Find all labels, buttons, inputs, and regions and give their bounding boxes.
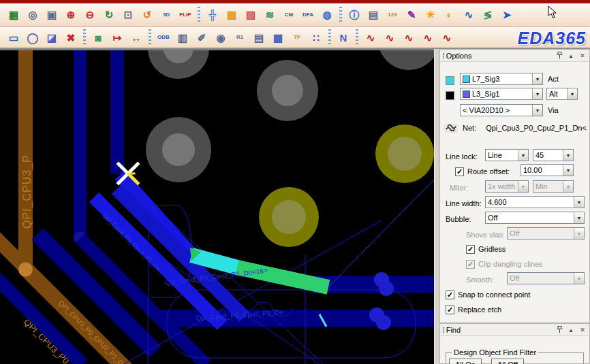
- pcb-canvas[interactable]: QPI_CPU3_P QPI_CPU3_P0_CPU2_P1_DN<16> QP…: [0, 49, 434, 364]
- grid-toggle-icon[interactable]: ╬: [204, 6, 221, 24]
- pin-icon[interactable]: [555, 51, 564, 60]
- si-document-icon[interactable]: ∿: [362, 29, 379, 46]
- all-off-button[interactable]: All Off: [491, 359, 524, 364]
- application-window: ▦◎▣⊕⊖↻⊡↺3DFLIP╬▩▨≋CMDFA◍ⓘ▤123✎☀◐∿≶➤ ▭◯◪✖…: [0, 0, 590, 364]
- redraw-icon[interactable]: ↻: [100, 6, 118, 24]
- chevron-down-icon[interactable]: ▼: [532, 105, 542, 116]
- highlight-brush-icon[interactable]: ✎: [403, 6, 420, 24]
- undo-icon[interactable]: ↺: [138, 6, 156, 24]
- pin-array-icon[interactable]: ∷: [307, 29, 325, 46]
- element-table-icon[interactable]: ▤: [364, 6, 382, 24]
- zoom-selection-icon: ⊡: [124, 10, 133, 20]
- film-param-icon[interactable]: ▥: [174, 29, 191, 46]
- constraint-manager-icon[interactable]: CM: [280, 6, 298, 24]
- alt-layer-combo[interactable]: L3_Sig1 ▼: [460, 88, 543, 100]
- act-layer-swatch[interactable]: [446, 76, 454, 85]
- smooth-combo: Off ▼: [507, 272, 585, 284]
- shape-circle-icon[interactable]: ◯: [24, 29, 42, 46]
- chevron-down-icon[interactable]: ▼: [518, 150, 528, 161]
- pin-icon[interactable]: [555, 325, 564, 334]
- properties-globe-icon[interactable]: ◍: [318, 6, 336, 24]
- si-model-icon[interactable]: ∿: [400, 29, 418, 46]
- add-connect-icon[interactable]: N: [335, 29, 352, 46]
- measure-icon[interactable]: 123: [384, 6, 401, 24]
- collapse-icon[interactable]: ▴: [566, 325, 576, 334]
- line-lock-angle-value: 45: [533, 151, 563, 159]
- chevron-down-icon[interactable]: ▼: [563, 165, 573, 176]
- zoom-points-icon: ◎: [28, 10, 37, 20]
- dfa-table-icon[interactable]: DFA: [299, 6, 317, 24]
- zoom-selection-icon[interactable]: ⊡: [119, 6, 137, 24]
- alt-mode-combo[interactable]: Alt ▼: [546, 88, 578, 100]
- all-on-button[interactable]: All On: [449, 359, 482, 364]
- dither-pattern-icon[interactable]: ▩: [269, 29, 287, 46]
- line-lock-type-combo[interactable]: Line ▼: [485, 149, 529, 161]
- chevron-down-icon[interactable]: ▼: [563, 150, 573, 161]
- chevron-down-icon[interactable]: ▼: [574, 197, 584, 208]
- si-book-icon[interactable]: ∿: [381, 29, 399, 46]
- zoom-in-icon[interactable]: ⊕: [62, 6, 80, 24]
- view-3d-icon[interactable]: 3D: [157, 6, 175, 24]
- measure-icon: 123: [388, 12, 397, 18]
- route-vias-icon[interactable]: ∿: [460, 6, 478, 24]
- gridless-checkbox[interactable]: ✓: [466, 245, 475, 254]
- info-icon[interactable]: ⓘ: [345, 6, 363, 24]
- replace-etch-checkbox[interactable]: ✓: [446, 305, 454, 314]
- line-width-combo[interactable]: 4.600 ▼: [485, 196, 585, 208]
- dimension-span-icon[interactable]: ↔: [127, 29, 145, 46]
- add-connect-icon: N: [340, 33, 347, 43]
- shape-arbitrary-icon[interactable]: ◪: [43, 29, 61, 46]
- pcb-drawing: QPI_CPU3_P QPI_CPU3_P0_CPU2_P1_DN<16> QP…: [0, 50, 434, 364]
- options-panel-header[interactable]: ⁞ Options ▴ ✕: [440, 50, 589, 62]
- line-lock-angle-combo[interactable]: 45 ▼: [533, 149, 574, 161]
- chevron-down-icon[interactable]: ▼: [532, 73, 542, 84]
- cross-section-icon[interactable]: ≋: [261, 6, 279, 24]
- zoom-fit-icon[interactable]: ▣: [43, 6, 61, 24]
- flip-board-icon[interactable]: FLIP: [176, 6, 194, 24]
- pad-edit-icon[interactable]: ◙: [89, 29, 107, 46]
- si-audit-icon[interactable]: ∿: [419, 29, 437, 46]
- panel-grip-icon: ⁞: [442, 52, 444, 60]
- rename-refdes-icon[interactable]: R1: [231, 29, 249, 46]
- route-offset-checkbox[interactable]: ✓: [455, 167, 464, 176]
- testpoint-icon[interactable]: TP: [288, 29, 306, 46]
- shadow-on-icon[interactable]: ☀: [422, 6, 439, 24]
- color-priority-icon[interactable]: ▨: [242, 6, 260, 24]
- chevron-down-icon[interactable]: ▼: [532, 88, 542, 99]
- route-select-icon[interactable]: ➤: [498, 6, 516, 24]
- act-layer-color-icon: [463, 76, 470, 83]
- zoom-out-icon[interactable]: ⊖: [81, 6, 99, 24]
- report-notes-icon[interactable]: ▤: [250, 29, 268, 46]
- snap-connect-checkbox[interactable]: ✓: [446, 291, 454, 299]
- route-offset-combo[interactable]: 10.00 ▼: [521, 164, 574, 176]
- shadow-toggle-icon[interactable]: ◐: [441, 6, 459, 24]
- alt-layer-swatch[interactable]: [446, 91, 454, 100]
- via-value: < VIA20D10 >: [461, 106, 532, 114]
- dfa-table-icon: DFA: [302, 12, 313, 18]
- chevron-down-icon[interactable]: ▼: [567, 88, 577, 99]
- zoom-world-icon[interactable]: ▦: [5, 6, 22, 24]
- fix-tool-icon[interactable]: ✐: [193, 29, 211, 46]
- close-icon[interactable]: ✕: [578, 51, 587, 60]
- snapshot-camera-icon[interactable]: ◉: [212, 29, 230, 46]
- shape-rect-icon[interactable]: ▭: [5, 29, 22, 46]
- net-label: Net:: [463, 124, 476, 132]
- zoom-points-icon[interactable]: ◎: [24, 6, 42, 24]
- close-icon[interactable]: ✕: [578, 325, 587, 334]
- via-combo[interactable]: < VIA20D10 > ▼: [460, 104, 543, 116]
- delay-tune-icon[interactable]: ≶: [479, 6, 497, 24]
- find-panel-header[interactable]: ⁞ Find ▴ ✕: [440, 324, 589, 336]
- act-layer-combo[interactable]: L7_Sig3 ▼: [460, 73, 543, 85]
- odb-export-icon: ODB: [157, 35, 170, 40]
- bubble-combo[interactable]: Off ▼: [485, 212, 585, 224]
- color-dialog-icon[interactable]: ▩: [223, 6, 240, 24]
- collapse-icon[interactable]: ▴: [566, 51, 576, 60]
- shove-vias-label: Shove vias:: [466, 231, 505, 239]
- fix-tool-icon: ✐: [198, 33, 206, 43]
- chevron-down-icon[interactable]: ▼: [574, 212, 584, 223]
- dimension-line-icon[interactable]: ↦: [108, 29, 126, 46]
- odb-export-icon[interactable]: ODB: [155, 29, 172, 46]
- alt-layer-value: L3_Sig1: [472, 90, 499, 98]
- si-probe-icon[interactable]: ∿: [438, 29, 456, 46]
- shape-delete-icon[interactable]: ✖: [62, 29, 80, 46]
